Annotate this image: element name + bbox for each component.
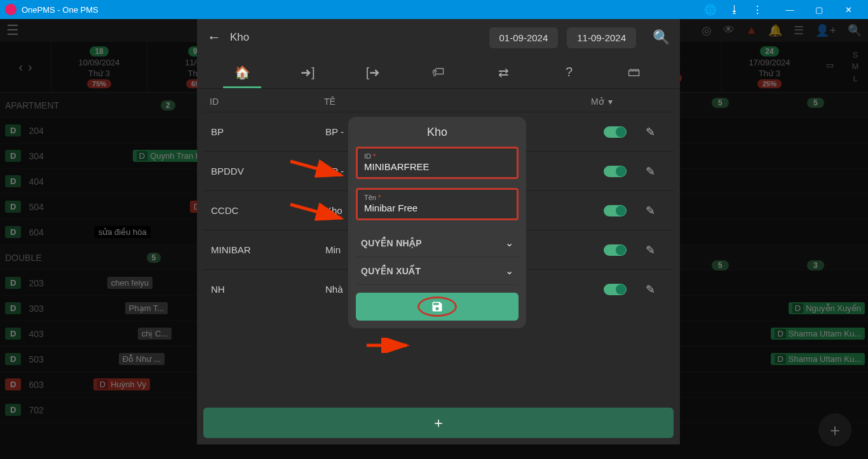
annotation-arrow (363, 338, 414, 353)
modal-title: Kho (356, 126, 519, 139)
svg-line-0 (290, 161, 341, 175)
col-id: ID (210, 96, 324, 107)
save-icon (431, 300, 444, 313)
tab-transfer-icon[interactable]: ⇄ (485, 58, 523, 88)
maximize-button[interactable]: ▢ (804, 5, 834, 15)
edit-icon[interactable]: ✎ (634, 164, 666, 178)
translate-icon[interactable]: 🌐 (704, 4, 717, 16)
tab-tag-icon[interactable]: 🏷 (419, 58, 458, 88)
titlebar-actions: 🌐 ⭳ ⋮ (704, 4, 763, 16)
open-toggle[interactable] (604, 126, 627, 138)
svg-line-1 (290, 204, 341, 218)
more-icon[interactable]: ⋮ (752, 4, 763, 16)
open-toggle[interactable] (604, 166, 627, 177)
col-open-select[interactable]: Mở ▾ (591, 96, 667, 107)
panel-columns: ID TÊ Mở ▾ (197, 89, 680, 112)
chevron-down-icon: ⌄ (505, 265, 513, 277)
save-button[interactable] (356, 293, 519, 321)
id-input[interactable]: MINIBARFREE (364, 161, 510, 172)
name-field[interactable]: Tên * Minibar Free (356, 188, 519, 220)
open-toggle[interactable] (604, 205, 627, 216)
app-icon (5, 4, 17, 15)
window-controls: — ▢ ✕ (775, 5, 863, 15)
close-button[interactable]: ✕ (834, 5, 863, 15)
tab-out-icon[interactable]: [➜ (354, 58, 392, 88)
date-from-button[interactable]: 01-09-2024 (489, 27, 559, 48)
tab-help-icon[interactable]: ? (550, 58, 588, 88)
minimize-button[interactable]: — (775, 5, 804, 15)
perm-out-select[interactable]: QUYỀN XUẤT ⌄ (356, 257, 519, 285)
edit-icon[interactable]: ✎ (634, 283, 666, 296)
col-name: TÊ (324, 96, 591, 107)
tab-archive-icon[interactable]: 🗃 (615, 58, 653, 88)
chevron-down-icon: ⌄ (505, 237, 513, 249)
open-toggle[interactable] (604, 244, 627, 256)
tab-in-icon[interactable]: ➜] (288, 58, 327, 88)
kho-create-modal: Kho ID * MINIBARFREE Tên * Minibar Free … (348, 117, 526, 328)
edit-icon[interactable]: ✎ (634, 125, 666, 139)
tab-warehouse-icon[interactable]: 🏠 (223, 58, 261, 88)
back-icon[interactable]: ← (207, 29, 221, 46)
panel-tabs: 🏠 ➜] [➜ 🏷 ⇄ ? 🗃 (197, 56, 680, 89)
perm-in-select[interactable]: QUYỀN NHẬP ⌄ (356, 229, 519, 257)
panel-header: ← Kho 01-09-2024 11-09-2024 🔍 (197, 19, 680, 56)
window-title: OnePMS - One PMS (22, 5, 704, 15)
titlebar: OnePMS - One PMS 🌐 ⭳ ⋮ — ▢ ✕ (0, 0, 868, 19)
search-icon[interactable]: 🔍 (653, 29, 670, 46)
edit-icon[interactable]: ✎ (634, 204, 666, 218)
download-icon[interactable]: ⭳ (729, 4, 740, 16)
id-field[interactable]: ID * MINIBARFREE (356, 147, 519, 179)
chevron-down-icon: ▾ (608, 96, 613, 107)
panel-title: Kho (230, 31, 480, 44)
edit-icon[interactable]: ✎ (634, 243, 666, 257)
annotation-arrow (287, 156, 351, 182)
open-toggle[interactable] (604, 284, 627, 295)
annotation-arrow (287, 199, 351, 225)
date-to-button[interactable]: 11-09-2024 (567, 27, 636, 48)
add-warehouse-button[interactable]: ＋ (203, 408, 674, 438)
name-input[interactable]: Minibar Free (364, 203, 510, 213)
